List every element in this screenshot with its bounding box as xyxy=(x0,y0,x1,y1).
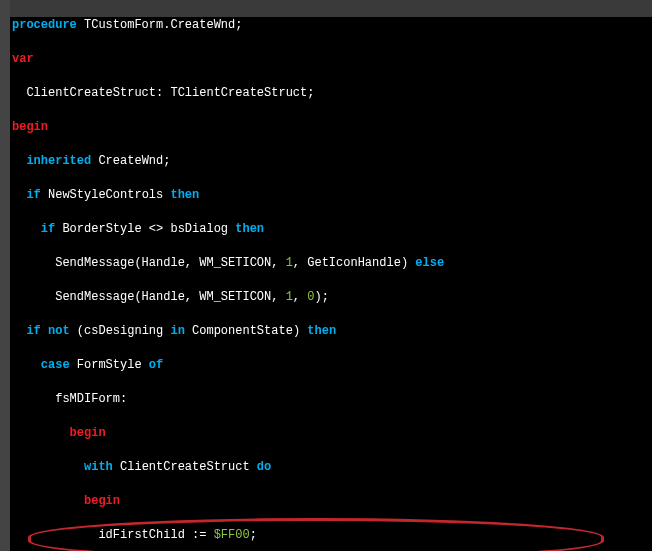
code-editor[interactable]: procedure TCustomForm.CreateWnd; var Cli… xyxy=(0,0,652,551)
code-line: begin xyxy=(12,425,588,442)
code-line: procedure TCustomForm.CreateWnd; xyxy=(12,17,588,34)
code-line: inherited CreateWnd; xyxy=(12,153,588,170)
code-line: idFirstChild := $FF00; xyxy=(12,527,588,544)
gutter xyxy=(0,0,10,551)
code-line: begin xyxy=(12,119,588,136)
code-line: begin xyxy=(12,493,588,510)
code-line: if NewStyleControls then xyxy=(12,187,588,204)
code-line: with ClientCreateStruct do xyxy=(12,459,588,476)
code-line: SendMessage(Handle, WM_SETICON, 1, GetIc… xyxy=(12,255,588,272)
code-line: if not (csDesigning in ComponentState) t… xyxy=(12,323,588,340)
code-line: case FormStyle of xyxy=(12,357,588,374)
code-line: fsMDIForm: xyxy=(12,391,588,408)
code-area[interactable]: procedure TCustomForm.CreateWnd; var Cli… xyxy=(12,0,588,551)
code-line: if BorderStyle <> bsDialog then xyxy=(12,221,588,238)
code-line: ClientCreateStruct: TClientCreateStruct; xyxy=(12,85,588,102)
code-line: SendMessage(Handle, WM_SETICON, 1, 0); xyxy=(12,289,588,306)
code-line: var xyxy=(12,51,588,68)
